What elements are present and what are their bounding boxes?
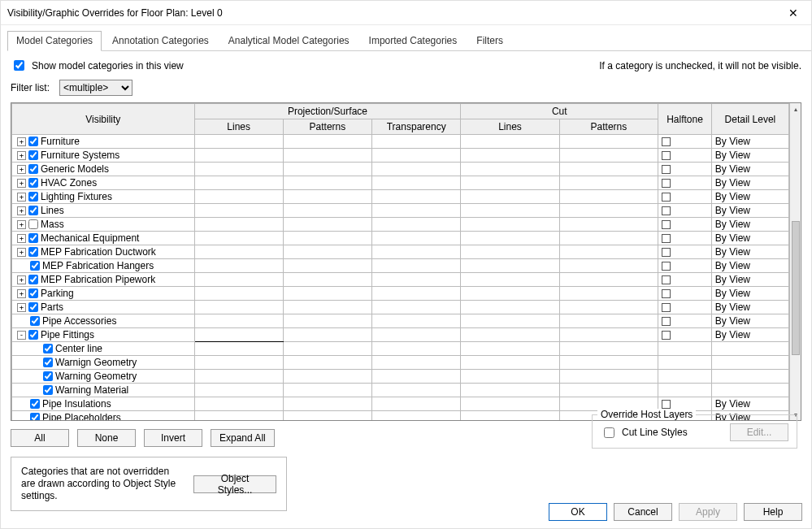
detail-level-cell[interactable]: By View	[711, 314, 788, 328]
proj-patterns-cell[interactable]	[283, 190, 371, 204]
category-checkbox[interactable]	[28, 150, 38, 160]
table-row[interactable]: Warnign Geometry	[12, 356, 789, 370]
visibility-cell[interactable]: Pipe Insulations	[12, 397, 195, 411]
invert-button[interactable]: Invert	[144, 429, 202, 447]
halftone-cell[interactable]	[658, 356, 712, 370]
cut-lines-cell[interactable]	[461, 314, 559, 328]
detail-level-cell[interactable]: By View	[711, 232, 788, 245]
category-checkbox[interactable]	[28, 247, 38, 257]
category-checkbox[interactable]	[43, 385, 53, 395]
proj-lines-cell[interactable]	[194, 232, 283, 245]
visibility-cell[interactable]: Center line	[12, 342, 195, 356]
grid-scrollbar[interactable]: ▴ ▾	[789, 103, 801, 420]
col-projection-surface[interactable]: Projection/Surface	[194, 104, 461, 119]
apply-button[interactable]: Apply	[679, 503, 737, 521]
halftone-cell[interactable]	[658, 259, 712, 273]
proj-lines-cell[interactable]	[194, 176, 283, 190]
proj-transparency-cell[interactable]	[372, 176, 461, 190]
category-checkbox[interactable]	[28, 178, 38, 188]
visibility-cell[interactable]: +Mass	[12, 218, 195, 232]
proj-patterns-cell[interactable]	[283, 384, 371, 397]
proj-lines-cell[interactable]	[194, 259, 283, 273]
col-cut-patterns[interactable]: Patterns	[559, 119, 658, 135]
proj-transparency-cell[interactable]	[372, 149, 461, 163]
proj-transparency-cell[interactable]	[372, 163, 461, 176]
halftone-cell[interactable]	[658, 163, 712, 176]
table-row[interactable]: +ParkingBy View	[12, 287, 789, 301]
halftone-checkbox[interactable]	[662, 262, 671, 271]
proj-transparency-cell[interactable]	[372, 218, 461, 232]
close-icon[interactable]: ✕	[782, 1, 805, 25]
col-proj-lines[interactable]: Lines	[194, 119, 283, 135]
proj-transparency-cell[interactable]	[372, 384, 461, 397]
detail-level-cell[interactable]	[711, 384, 788, 397]
expand-icon[interactable]: +	[17, 289, 26, 298]
cut-lines-cell[interactable]	[461, 328, 559, 342]
detail-level-cell[interactable]: By View	[711, 328, 788, 342]
proj-patterns-cell[interactable]	[283, 176, 371, 190]
cut-patterns-cell[interactable]	[559, 301, 658, 314]
cut-lines-cell[interactable]	[461, 232, 559, 245]
visibility-cell[interactable]: +Parking	[12, 287, 195, 301]
cancel-button[interactable]: Cancel	[614, 503, 672, 521]
proj-patterns-cell[interactable]	[283, 245, 371, 259]
proj-transparency-cell[interactable]	[372, 411, 461, 421]
proj-patterns-cell[interactable]	[283, 301, 371, 314]
visibility-cell[interactable]: Warning Material	[12, 384, 195, 397]
cut-patterns-cell[interactable]	[559, 149, 658, 163]
halftone-cell[interactable]	[658, 342, 712, 356]
proj-lines-cell[interactable]	[194, 356, 283, 370]
cut-patterns-cell[interactable]	[559, 245, 658, 259]
category-checkbox[interactable]	[30, 316, 40, 326]
visibility-cell[interactable]: +Parts	[12, 301, 195, 314]
category-checkbox[interactable]	[28, 275, 38, 284]
halftone-checkbox[interactable]	[662, 317, 671, 326]
cut-patterns-cell[interactable]	[559, 273, 658, 287]
halftone-cell[interactable]	[658, 245, 712, 259]
proj-transparency-cell[interactable]	[372, 204, 461, 218]
table-row[interactable]: +LinesBy View	[12, 204, 789, 218]
category-checkbox[interactable]	[28, 288, 38, 298]
expand-icon[interactable]: +	[17, 179, 26, 188]
tab-imported-categories[interactable]: Imported Categories	[360, 31, 467, 51]
visibility-cell[interactable]: +Generic Models	[12, 163, 195, 176]
proj-transparency-cell[interactable]	[372, 232, 461, 245]
table-row[interactable]: +MEP Fabrication PipeworkBy View	[12, 273, 789, 287]
show-model-categories-toggle[interactable]: Show model categories in this view	[11, 58, 184, 73]
detail-level-cell[interactable]: By View	[711, 218, 788, 232]
proj-patterns-cell[interactable]	[283, 342, 371, 356]
cut-lines-cell[interactable]	[461, 204, 559, 218]
proj-patterns-cell[interactable]	[283, 328, 371, 342]
proj-patterns-cell[interactable]	[283, 287, 371, 301]
cut-patterns-cell[interactable]	[559, 163, 658, 176]
proj-transparency-cell[interactable]	[372, 259, 461, 273]
detail-level-cell[interactable]: By View	[711, 397, 788, 411]
halftone-cell[interactable]	[658, 135, 712, 149]
cut-lines-cell[interactable]	[461, 356, 559, 370]
proj-patterns-cell[interactable]	[283, 232, 371, 245]
cut-lines-cell[interactable]	[461, 218, 559, 232]
detail-level-cell[interactable]: By View	[711, 204, 788, 218]
table-row[interactable]: Center line	[12, 342, 789, 356]
expand-icon[interactable]: +	[17, 234, 26, 243]
expand-all-button[interactable]: Expand All	[211, 429, 275, 447]
scroll-thumb[interactable]	[792, 221, 800, 355]
category-checkbox[interactable]	[43, 344, 53, 353]
halftone-cell[interactable]	[658, 384, 712, 397]
halftone-checkbox[interactable]	[662, 137, 671, 146]
visibility-cell[interactable]: Warnign Geometry	[12, 356, 195, 370]
cut-patterns-cell[interactable]	[559, 190, 658, 204]
col-halftone[interactable]: Halftone	[658, 104, 712, 135]
halftone-checkbox[interactable]	[662, 331, 671, 340]
proj-lines-cell[interactable]	[194, 370, 283, 384]
cut-patterns-cell[interactable]	[559, 370, 658, 384]
category-checkbox[interactable]	[28, 233, 38, 243]
proj-lines-cell[interactable]	[194, 328, 283, 342]
col-proj-patterns[interactable]: Patterns	[283, 119, 371, 135]
table-row[interactable]: +FurnitureBy View	[12, 135, 789, 149]
halftone-checkbox[interactable]	[662, 400, 671, 409]
proj-transparency-cell[interactable]	[372, 356, 461, 370]
visibility-cell[interactable]: +Furniture Systems	[12, 149, 195, 163]
proj-patterns-cell[interactable]	[283, 370, 371, 384]
col-cut[interactable]: Cut	[461, 104, 658, 119]
